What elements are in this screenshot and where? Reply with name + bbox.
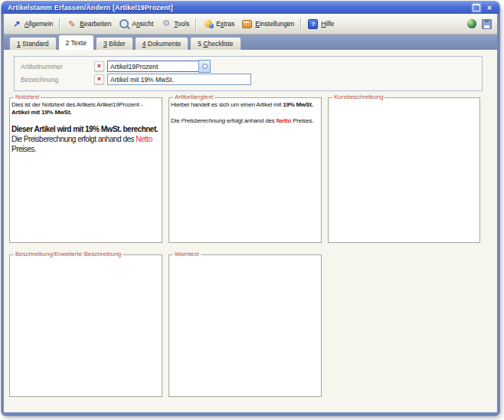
tab-content-texte: Artikelnummer × Bezeichnung × Notiztext … xyxy=(4,50,497,412)
menu-item-allgemein[interactable]: ↗ Allgemein xyxy=(8,18,57,31)
gear-icon: ⚙ xyxy=(161,19,171,29)
tab-texte[interactable]: 2 Texte xyxy=(58,34,94,50)
menu-item-einstellungen[interactable]: Einstellungen xyxy=(238,18,298,31)
notiztext-groupbox: Notiztext Dies ist der Notiztext des Art… xyxy=(9,94,162,243)
menu-label: Hilfe xyxy=(321,20,334,28)
tab-checkliste[interactable]: 5 Checkliste xyxy=(190,37,241,50)
menu-item-hilfe[interactable]: ? Hilfe xyxy=(304,18,338,31)
menu-label: Allgemein xyxy=(25,20,53,28)
menu-label: Bearbeiten xyxy=(80,20,111,28)
bezeichnung-input[interactable] xyxy=(107,74,251,85)
menu-item-bearbeiten[interactable]: ✎ Bearbeiten xyxy=(63,18,115,31)
beschreibung-groupbox: Beschreibung/Erweiterte Beschreibung xyxy=(9,251,162,397)
arrow-ne-icon: ↗ xyxy=(11,19,21,29)
app-window: Artikelstamm Erfassen/Ändern [Artikel19P… xyxy=(2,2,499,415)
close-button[interactable]: × xyxy=(484,3,495,12)
magnifier-icon xyxy=(119,19,129,29)
clear-field-icon[interactable]: × xyxy=(94,74,104,84)
extras-icon xyxy=(203,19,213,29)
close-icon: × xyxy=(487,4,492,12)
help-icon: ? xyxy=(308,19,318,29)
menu-bar: ↗ Allgemein ✎ Bearbeiten Ansicht ⚙ Tools… xyxy=(4,14,497,34)
menu-separator xyxy=(300,18,302,30)
window-title: Artikelstamm Erfassen/Ändern [Artikel19P… xyxy=(8,4,469,11)
spinner-icon xyxy=(202,64,208,69)
menu-item-extras[interactable]: Extras xyxy=(199,18,238,31)
article-header-panel: Artikelnummer × Bezeichnung × xyxy=(14,56,483,91)
restore-button[interactable] xyxy=(471,3,482,12)
lookup-spinner-button[interactable] xyxy=(198,60,211,73)
menu-item-tools[interactable]: ⚙ Tools xyxy=(157,18,193,31)
warntext-editor[interactable] xyxy=(171,258,319,395)
menu-item-ansicht[interactable]: Ansicht xyxy=(115,18,157,31)
edit-icon: ✎ xyxy=(67,19,77,29)
artikellangtext-editor[interactable]: Hierbei handelt es sich um einen Artikel… xyxy=(171,101,319,241)
title-bar: Artikelstamm Erfassen/Ändern [Artikel19P… xyxy=(2,2,499,14)
kurzbeschreibung-groupbox: Kurzbeschreibung xyxy=(328,94,480,243)
tab-bilder[interactable]: 3 Bilder xyxy=(96,37,133,50)
tab-standard[interactable]: 1 Standard xyxy=(9,37,57,50)
artikellangtext-label: Artikellangtext xyxy=(173,94,214,100)
warntext-groupbox: Warntext xyxy=(169,251,322,397)
artikelnummer-label: Artikelnummer xyxy=(21,63,94,71)
menu-right-tools xyxy=(466,19,493,29)
bezeichnung-label: Bezeichnung xyxy=(21,76,94,84)
menu-label: Einstellungen xyxy=(255,20,294,28)
menu-label: Ansicht xyxy=(132,20,153,28)
screenshot-stage: Artikelstamm Erfassen/Ändern [Artikel19P… xyxy=(0,0,504,420)
notiztext-label: Notiztext xyxy=(14,94,41,100)
artikelnummer-input[interactable] xyxy=(107,61,199,72)
tab-strip: 1 Standard 2 Texte 3 Bilder 4 Dokumente … xyxy=(4,34,497,50)
menu-separator xyxy=(195,18,197,30)
beschreibung-label: Beschreibung/Erweiterte Beschreibung xyxy=(14,251,123,258)
clear-field-icon[interactable]: × xyxy=(94,61,104,71)
menu-separator xyxy=(59,18,61,30)
tab-dokumente[interactable]: 4 Dokumente xyxy=(135,37,189,50)
restore-icon xyxy=(473,4,480,11)
warntext-label: Warntext xyxy=(173,251,201,258)
kurzbeschreibung-label: Kurzbeschreibung xyxy=(332,94,385,100)
menu-label: Extras xyxy=(216,20,234,28)
settings-icon xyxy=(242,19,252,29)
artikellangtext-groupbox: Artikellangtext Hierbei handelt es sich … xyxy=(169,94,322,243)
globe-icon[interactable] xyxy=(466,19,476,29)
beschreibung-editor[interactable] xyxy=(11,258,160,395)
notiztext-editor[interactable]: Dies ist der Notiztext des Artikels Arti… xyxy=(11,101,160,241)
menu-label: Tools xyxy=(174,20,189,28)
save-icon[interactable] xyxy=(482,19,492,29)
kurzbeschreibung-editor[interactable] xyxy=(330,101,478,241)
